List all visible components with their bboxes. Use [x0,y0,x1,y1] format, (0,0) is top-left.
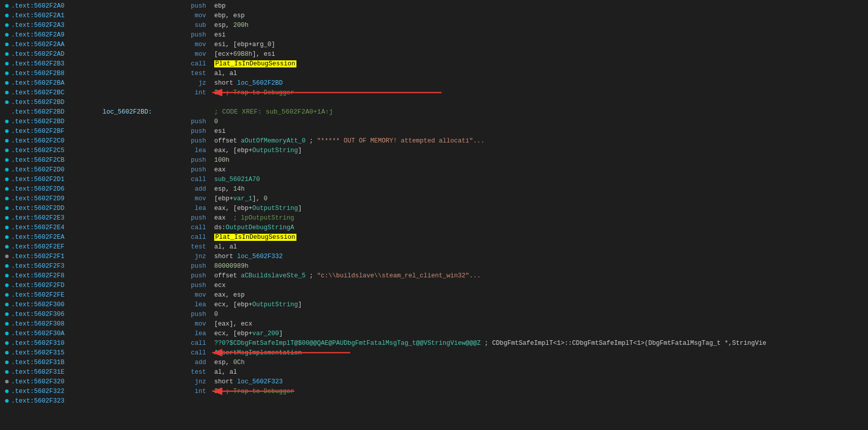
code-line[interactable]: .text:5602F2D6addesp, 14h [0,184,868,194]
code-line[interactable]: .text:5602F2EFtestal, al [0,242,868,252]
line-address: .text:5602F306 [11,311,103,318]
operand-raw: ], [252,195,264,202]
line-address: .text:5602F300 [11,301,103,308]
line-mnemonic: push [174,263,214,270]
code-line[interactable]: .text:5602F306push0 [0,309,868,319]
operand-raw: offset [214,137,241,145]
code-line[interactable]: .text:5602F323 [0,396,868,406]
code-line[interactable]: .text:5602F2D0pusheax [0,165,868,174]
code-line[interactable]: .text:5602F2A1movebp, esp [0,11,868,20]
operand-call[interactable]: ??0?$CDbgFmtSafeImplT@$00@@QAE@PAUDbgFmt… [214,340,481,347]
breakpoint-dot [5,120,9,123]
code-line[interactable]: .text:5602F320jnzshort loc_5602F323 [0,377,868,386]
operand-raw: [ecx+ [214,51,233,58]
operand-sym: OutputString [252,205,298,212]
code-line[interactable]: .text:5602F2A3subesp, 200h [0,20,868,30]
code-line[interactable]: .text:5602F2E4callds:OutputDebugStringA [0,223,868,232]
line-marker [2,23,11,27]
code-line[interactable]: .text:5602F2E3pusheax ; lpOutputString [0,213,868,223]
code-line[interactable]: .text:5602F2A0pushebp [0,1,868,11]
code-line[interactable]: .text:5602F30Aleaecx, [ebp+var_200] [0,329,868,338]
operand-reg: ecx [214,282,226,289]
breakpoint-dot [5,380,9,383]
operand-raw: ], esi [252,51,275,58]
operand-call[interactable]: AssertMsgImplementation [214,349,302,356]
line-marker [2,274,11,277]
operand-addr[interactable]: loc_5602F323 [237,378,283,385]
operand-call[interactable]: sub_56021A70 [214,176,260,183]
code-line[interactable]: .text:5602F308mov[eax], ecx [0,319,868,329]
operand-addr[interactable]: loc_5602F2BD [237,80,283,87]
line-marker [2,399,11,403]
line-marker [2,91,11,94]
code-line[interactable]: .text:5602F2CBpush100h [0,155,868,165]
line-marker [2,293,11,297]
line-mnemonic: call [174,176,214,183]
code-line[interactable]: .text:5602F2C5leaeax, [ebp+OutputString] [0,146,868,155]
operand-num: 0 [264,195,268,202]
code-line[interactable]: .text:5602F322int3 ; Trap to Debugger [0,386,868,396]
code-line[interactable]: .text:5602F2D9mov[ebp+var_1], 0 [0,194,868,203]
code-line[interactable]: .text:5602F2EAcallPlat_IsInDebugSession [0,232,868,242]
operand-raw: offset [214,272,241,279]
operand-raw: ; [306,137,317,145]
breakpoint-dot [5,361,9,364]
code-line[interactable]: .text:5602F2BAjzshort loc_5602F2BD [0,78,868,88]
line-comment: ; Trap to Debugger [218,388,294,395]
code-line[interactable]: .text:5602F2BD [0,97,868,107]
line-address: .text:5602F31B [11,359,103,366]
line-marker [2,14,11,17]
breakpoint-dot [5,139,9,142]
code-line[interactable]: .text:5602F2FDpushecx [0,280,868,290]
line-address: .text:5602F2EF [11,243,103,250]
code-line[interactable]: .text:5602F31Etestal, al [0,367,868,377]
line-address: .text:5602F2A9 [11,31,103,39]
code-line[interactable]: .text:5602F2F3push80000989h [0,261,868,271]
breakpoint-dot [5,341,9,345]
code-line[interactable]: .text:5602F2BCint3 ; Trap to Debugger [0,88,868,97]
line-mnemonic: jz [174,80,214,87]
code-line[interactable]: .text:5602F2ADmov[ecx+69B8h], esi [0,49,868,59]
operand-highlighted[interactable]: Plat_IsInDebugSession [214,60,296,67]
xref-line: .text:5602F2BDloc_5602F2BD:; CODE XREF: … [0,107,868,117]
line-mnemonic: lea [174,330,214,337]
line-marker [2,100,11,104]
code-line[interactable]: .text:5602F2B8testal, al [0,68,868,78]
line-marker [2,255,11,258]
breakpoint-dot [5,283,9,287]
line-mnemonic: push [174,118,214,125]
line-operands: sub_56021A70 [214,176,868,183]
operand-addr[interactable]: loc_5602F332 [237,253,283,260]
code-line[interactable]: .text:5602F2A9pushesi [0,30,868,40]
line-address: .text:5602F2BA [11,80,103,87]
operand-call[interactable]: OutputDebugStringA [226,224,294,231]
line-address: .text:5602F2D6 [11,186,103,193]
code-line[interactable]: .text:5602F2F8pushoffset aCBuildslaveSte… [0,271,868,280]
code-line[interactable]: .text:5602F2BFpushesi [0,126,868,136]
code-line[interactable]: .text:5602F2B3callPlat_IsInDebugSession [0,59,868,68]
line-address: .text:5602F320 [11,378,103,385]
line-address: .text:5602F2D1 [11,176,103,183]
code-line[interactable]: .text:5602F2F1jnzshort loc_5602F332 [0,252,868,261]
breakpoint-dot [5,332,9,335]
operand-reg: esi, [ebp+arg_0] [214,41,275,48]
line-operands: eax, [ebp+OutputString] [214,205,868,212]
code-line[interactable]: .text:5602F2FEmoveax, esp [0,290,868,300]
code-line[interactable]: .text:5602F2D1callsub_56021A70 [0,174,868,184]
code-line[interactable]: .text:5602F310call??0?$CDbgFmtSafeImplT@… [0,338,868,348]
code-line[interactable]: .text:5602F315callAssertMsgImplementatio… [0,348,868,357]
code-line[interactable]: .text:5602F300leaecx, [ebp+OutputString] [0,300,868,309]
line-mnemonic: lea [174,205,214,212]
operand-highlighted[interactable]: Plat_IsInDebugSession [214,234,296,241]
line-address: .text:5602F310 [11,340,103,347]
code-line[interactable]: .text:5602F2AAmovesi, [ebp+arg_0] [0,40,868,49]
line-address: .text:5602F2FE [11,292,103,299]
code-line[interactable]: .text:5602F2C0pushoffset aOutOfMemoryAtt… [0,136,868,146]
code-line[interactable]: .text:5602F2DDleaeax, [ebp+OutputString] [0,203,868,213]
breakpoint-dot [5,351,9,354]
line-operands: eax, esp [214,292,868,299]
line-operands: eax ; lpOutputString [214,214,868,222]
line-mnemonic: jnz [174,378,214,385]
code-line[interactable]: .text:5602F31Baddesp, 0Ch [0,357,868,367]
code-line[interactable]: .text:5602F2BDpush0 [0,117,868,126]
